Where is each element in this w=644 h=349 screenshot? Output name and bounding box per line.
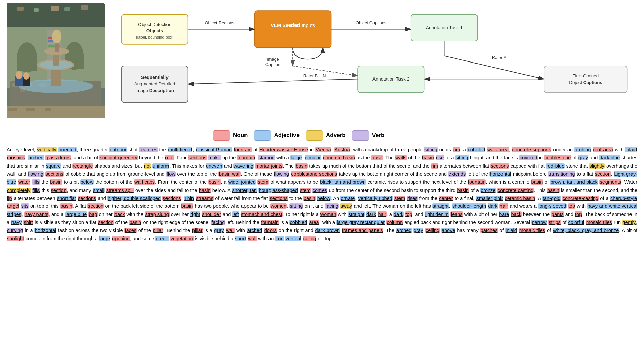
adv-away: away — [340, 203, 352, 209]
adj-large-blue: large blue — [65, 211, 87, 217]
adj-circular: circular — [305, 155, 321, 160]
adj-gray3: gray — [413, 228, 423, 233]
noun-fountain4: fountain — [261, 220, 279, 225]
svg-text:VLM Seeded Inputs: VLM Seeded Inputs — [271, 23, 315, 28]
svg-text:Sequentially: Sequentially — [141, 75, 169, 80]
noun-basin9: basin — [303, 196, 316, 201]
svg-rect-48 — [122, 66, 188, 102]
noun-glass-doors: glass doors — [45, 155, 71, 160]
verb-color-box — [352, 130, 369, 141]
noun-streams: streams — [196, 196, 214, 201]
svg-text:Object Detection: Object Detection — [138, 22, 171, 27]
main-container: Object Regions Object Captions Rater A R… — [0, 0, 644, 250]
noun-mortar-joints: mortar joints — [255, 163, 283, 169]
adj-left: left — [232, 211, 239, 217]
noun-back: back — [114, 211, 125, 217]
noun-faces: faces — [124, 228, 137, 233]
noun-ceramic-basin: ceramic basin — [505, 196, 536, 201]
svg-line-52 — [444, 56, 544, 79]
noun-basin-wall: basin wall — [218, 171, 241, 177]
svg-point-32 — [52, 30, 61, 43]
verb-covered: covered — [519, 155, 538, 160]
noun-angel: angel — [7, 203, 19, 209]
noun-concrete-supports: concrete supports — [512, 147, 552, 152]
svg-text:Image Description: Image Description — [135, 88, 174, 93]
noun-sections2: sections — [490, 163, 509, 169]
adj-classical: classical Roman — [196, 147, 232, 152]
svg-line-56 — [293, 66, 358, 76]
verb-facing: facing — [325, 203, 339, 209]
svg-point-34 — [16, 71, 22, 79]
noun-strips: strips — [548, 220, 561, 225]
adj-tan-gold: tan-gold — [542, 196, 561, 201]
noun-top: top — [568, 203, 575, 209]
adj-horizontal: horizontal — [489, 171, 511, 177]
legend-adj: Adjective — [254, 130, 300, 141]
noun-basin11: basin — [181, 203, 194, 209]
noun-bag: bag — [88, 211, 97, 217]
noun-opening: opening — [112, 236, 130, 241]
noun-top3: top — [575, 211, 582, 217]
noun-sunlight: sunlight — [7, 236, 24, 241]
adj-vertical: vertical — [285, 236, 302, 241]
svg-rect-40 — [26, 108, 35, 111]
adj-large2: large — [99, 236, 110, 241]
svg-text:Objects: Objects — [146, 28, 163, 33]
noun-fountain2: fountain — [237, 155, 255, 160]
svg-rect-42 — [45, 108, 51, 111]
noun-concrete-basin: concrete basin — [323, 155, 355, 160]
noun-stem: stem — [257, 179, 268, 185]
adj-inlaid2: inlaid — [505, 228, 517, 233]
adj-small: small — [93, 188, 105, 193]
noun-section4: section — [98, 220, 114, 225]
noun-back2: back — [511, 211, 522, 217]
noun-mosaic-tiles: mosaic tiles — [586, 220, 612, 225]
svg-text:Rater B... N: Rater B... N — [303, 73, 326, 78]
adj-multitiered: multi-tiered — [168, 147, 192, 152]
adj-sitting: sitting — [455, 155, 469, 160]
svg-rect-41 — [36, 108, 44, 111]
adj-colorful: colorful — [568, 220, 585, 225]
noun-concrete-casting2: concrete-casting — [562, 196, 599, 201]
adj-outdoor: outdoor — [109, 147, 127, 152]
svg-rect-45 — [411, 14, 478, 41]
verb-comes: comes — [312, 188, 328, 193]
svg-rect-5 — [64, 7, 70, 11]
adj-gray: gray — [578, 155, 588, 160]
adj-arching: arching — [574, 147, 591, 152]
svg-rect-23 — [12, 88, 19, 92]
adj-red-blue: red-blue — [546, 163, 565, 169]
adv-label: Adverb — [326, 132, 346, 139]
svg-line-54 — [188, 79, 358, 84]
noun-pillar2: pillar — [192, 228, 203, 233]
svg-text:(label, bounding box): (label, bounding box) — [136, 35, 173, 40]
noun-area: area — [309, 220, 319, 225]
svg-rect-46 — [544, 66, 627, 93]
svg-rect-47 — [358, 66, 424, 93]
noun-doors: doors — [264, 228, 277, 233]
noun-austria: Austria — [334, 147, 350, 152]
svg-point-36 — [23, 72, 29, 80]
adj-uneven: uneven — [206, 163, 223, 169]
description-paragraph: An eye-level, vertically-oriented, three… — [7, 146, 637, 243]
adj-color-box — [254, 130, 271, 141]
verb-transitioning: transitioning — [548, 171, 575, 177]
adj-bronze: bronze — [480, 188, 496, 193]
adj-horizontal2: horizontal — [34, 228, 56, 233]
adj-hourglass: hourglass-shaped — [258, 188, 298, 193]
adv-gently: gently — [622, 220, 636, 225]
noun-sunlight-greenery: sunlight greenery — [99, 155, 137, 160]
adj-shorter-tan: shorter, tan — [232, 188, 257, 193]
noun-roof-area: roof area — [593, 147, 613, 152]
noun-roof: roof — [165, 155, 174, 160]
svg-text:Rater A: Rater A — [492, 55, 507, 60]
adj-above: above — [441, 228, 456, 233]
noun-sections: sections — [188, 155, 207, 160]
svg-rect-4 — [51, 6, 59, 11]
noun-concrete-casting: concrete casting — [497, 188, 534, 193]
photo-container — [7, 3, 105, 118]
verb-make: make — [208, 155, 221, 160]
noun-column: column — [386, 220, 403, 225]
adj-long-sleeved: long-sleeved — [538, 203, 566, 209]
adj-navy: navy — [11, 220, 22, 225]
